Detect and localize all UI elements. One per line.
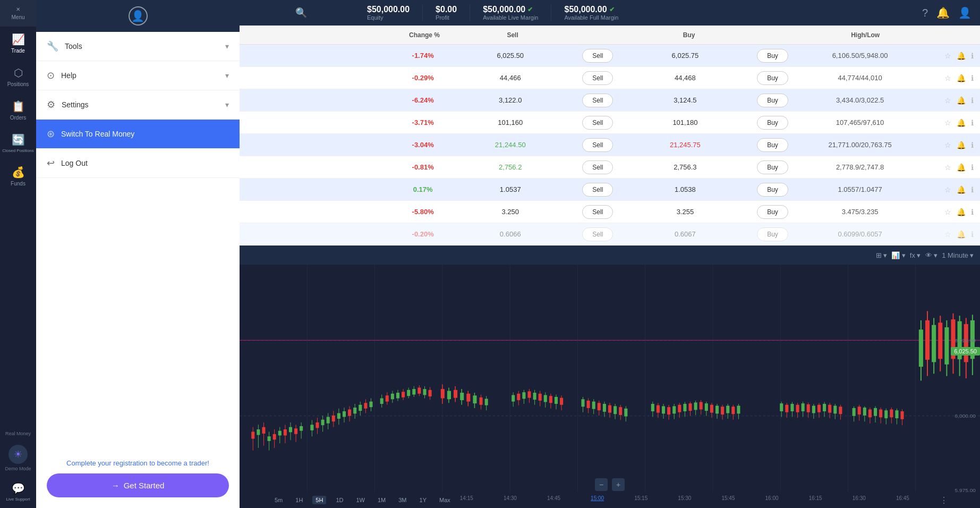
switch-real-money-item[interactable]: ⊛ Switch To Real Money xyxy=(36,120,240,149)
svg-text:6,025.50: 6,025.50 xyxy=(955,338,976,343)
get-started-button[interactable]: → Get Started xyxy=(47,473,229,497)
zoom-in-button[interactable]: + xyxy=(612,478,625,491)
bell-icon[interactable]: 🔔 xyxy=(957,185,966,194)
buy-button[interactable]: Buy xyxy=(757,116,788,130)
info-icon[interactable]: ℹ xyxy=(971,74,974,82)
buy-button[interactable]: Buy xyxy=(757,138,788,152)
sell-button[interactable]: Sell xyxy=(582,138,613,152)
tf-5h[interactable]: 5H xyxy=(312,496,326,504)
star-icon[interactable]: ☆ xyxy=(944,163,951,172)
sidebar-item-closed-positions[interactable]: 🔄 Closed Positions xyxy=(0,127,36,159)
user-header-icon[interactable]: 👤 xyxy=(958,6,972,19)
sell-button[interactable]: Sell xyxy=(582,160,613,174)
svg-rect-25 xyxy=(278,431,282,436)
zoom-out-button[interactable]: − xyxy=(595,478,608,491)
layout-button[interactable]: ⊞ ▾ xyxy=(876,251,888,259)
bell-icon[interactable]: 🔔 xyxy=(957,163,966,172)
row-icons: ☆ 🔔 ℹ xyxy=(904,96,980,105)
sidebar-item-funds[interactable]: 💰 Funds xyxy=(0,159,36,193)
bell-icon[interactable]: 🔔 xyxy=(957,52,966,60)
chart-more-icon[interactable]: ⋮ xyxy=(940,495,948,505)
info-icon[interactable]: ℹ xyxy=(971,118,974,127)
tf-1d[interactable]: 1D xyxy=(333,496,346,504)
bell-icon[interactable]: 🔔 xyxy=(957,118,966,127)
tf-1w[interactable]: 1W xyxy=(353,496,368,504)
star-icon[interactable]: ☆ xyxy=(944,230,951,239)
tf-5m[interactable]: 5m xyxy=(271,496,286,504)
svg-rect-179 xyxy=(812,406,815,413)
dropdown-header: 👤 xyxy=(36,0,240,32)
search-icon: 🔍 xyxy=(295,7,307,19)
info-icon[interactable]: ℹ xyxy=(971,230,974,239)
bell-icon[interactable]: 🔔 xyxy=(957,74,966,82)
eye-button[interactable]: 👁 ▾ xyxy=(925,251,938,259)
buy-button[interactable]: Buy xyxy=(757,94,788,107)
sell-button[interactable]: Sell xyxy=(582,49,613,63)
star-icon[interactable]: ☆ xyxy=(944,74,951,82)
row-sell-action: Sell xyxy=(554,94,642,107)
table-row: -0.20% 0.6066 Sell 0.6067 Buy 0.6099/0.6… xyxy=(240,223,980,245)
available-full-margin-stat: $50,000.00 ✔ Available Full Margin xyxy=(551,5,631,21)
log-out-item[interactable]: ↩ Log Out xyxy=(36,149,240,178)
sell-button[interactable]: Sell xyxy=(582,205,613,219)
info-icon[interactable]: ℹ xyxy=(971,96,974,105)
sell-button[interactable]: Sell xyxy=(582,71,613,85)
svg-rect-93 xyxy=(485,399,488,405)
star-icon[interactable]: ☆ xyxy=(944,141,951,149)
bell-icon[interactable]: 🔔 xyxy=(957,141,966,149)
search-button[interactable]: 🔍 xyxy=(248,7,354,19)
svg-rect-95 xyxy=(512,395,515,401)
info-icon[interactable]: ℹ xyxy=(971,208,974,216)
demo-mode-toggle[interactable]: ☀ xyxy=(8,445,28,464)
svg-rect-35 xyxy=(310,425,313,430)
log-out-icon: ↩ xyxy=(47,157,55,169)
info-icon[interactable]: ℹ xyxy=(971,52,974,60)
svg-rect-143 xyxy=(678,405,681,412)
buy-button[interactable]: Buy xyxy=(757,183,788,197)
star-icon[interactable]: ☆ xyxy=(944,208,951,216)
sidebar-item-trade[interactable]: 📈 Trade xyxy=(0,27,36,60)
sidebar-item-menu[interactable]: ✕ Menu xyxy=(0,0,36,27)
help-menu-item[interactable]: ⊙ Help ▾ xyxy=(36,61,240,90)
sell-button[interactable]: Sell xyxy=(582,227,613,241)
x-label-5: 15:15 xyxy=(634,495,647,505)
buy-button[interactable]: Buy xyxy=(757,71,788,85)
tools-menu-item[interactable]: 🔧 Tools ▾ xyxy=(36,32,240,61)
info-icon[interactable]: ℹ xyxy=(971,141,974,149)
buy-button[interactable]: Buy xyxy=(757,49,788,63)
buy-button[interactable]: Buy xyxy=(757,160,788,174)
tf-max[interactable]: Max xyxy=(436,496,454,504)
demo-mode-area[interactable]: ☀ Demo Mode xyxy=(0,441,36,476)
help-header-icon[interactable]: ? xyxy=(922,7,928,19)
bell-icon[interactable]: 🔔 xyxy=(957,96,966,105)
tf-3m[interactable]: 3M xyxy=(395,496,410,504)
bell-icon[interactable]: 🔔 xyxy=(957,208,966,216)
indicators-button[interactable]: 📊 ▾ xyxy=(891,251,906,259)
current-price-label: 6,025.50 xyxy=(951,347,980,355)
tf-1h[interactable]: 1H xyxy=(292,496,306,504)
settings-menu-item[interactable]: ⚙ Settings ▾ xyxy=(36,90,240,120)
notification-header-icon[interactable]: 🔔 xyxy=(936,6,950,19)
tf-1m[interactable]: 1M xyxy=(374,496,389,504)
sell-button[interactable]: Sell xyxy=(582,183,613,197)
buy-button[interactable]: Buy xyxy=(757,205,788,219)
bell-icon[interactable]: 🔔 xyxy=(957,230,966,239)
fx-button[interactable]: fx ▾ xyxy=(910,251,921,259)
star-icon[interactable]: ☆ xyxy=(944,118,951,127)
positions-label: Positions xyxy=(7,81,29,87)
star-icon[interactable]: ☆ xyxy=(944,185,951,194)
sidebar-item-live-support[interactable]: 💬 Live Support xyxy=(0,476,36,508)
sell-button[interactable]: Sell xyxy=(582,116,613,130)
star-icon[interactable]: ☆ xyxy=(944,96,951,105)
sell-button[interactable]: Sell xyxy=(582,94,613,107)
buy-button[interactable]: Buy xyxy=(757,227,788,241)
row-buy-action: Buy xyxy=(729,227,816,241)
info-icon[interactable]: ℹ xyxy=(971,185,974,194)
info-icon[interactable]: ℹ xyxy=(971,163,974,172)
sidebar-item-orders[interactable]: 📋 Orders xyxy=(0,94,36,127)
star-icon[interactable]: ☆ xyxy=(944,52,951,60)
svg-rect-43 xyxy=(332,416,335,421)
tf-1y[interactable]: 1Y xyxy=(416,496,430,504)
timeframe-button[interactable]: 1 Minute ▾ xyxy=(942,251,974,259)
sidebar-item-positions[interactable]: ⬡ Positions xyxy=(0,60,36,94)
